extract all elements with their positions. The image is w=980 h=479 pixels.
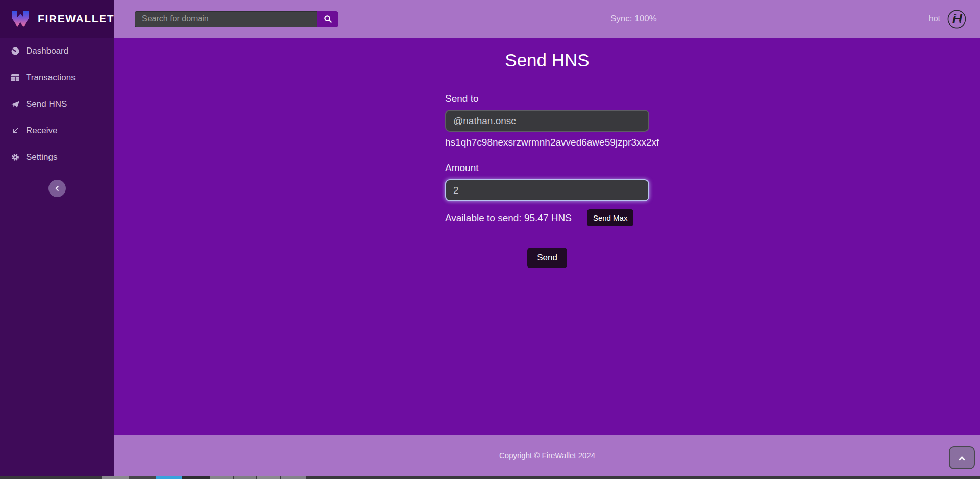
amount-input[interactable]	[445, 179, 649, 201]
taskbar-segment	[257, 476, 280, 479]
taskbar-segment	[210, 476, 233, 479]
sync-status: Sync: 100%	[338, 14, 929, 24]
gauge-icon	[10, 46, 20, 56]
resolved-address: hs1qh7c98nexsrzwrmnh2avved6awe59jzpr3xx2…	[445, 137, 649, 148]
scroll-to-top-button[interactable]	[949, 446, 975, 469]
taskbar-segment	[182, 476, 210, 479]
search-icon	[324, 15, 332, 23]
chevron-up-icon	[958, 455, 966, 461]
sidebar-item-label: Settings	[26, 152, 57, 162]
search-input[interactable]	[135, 11, 317, 27]
page-title: Send HNS	[114, 50, 980, 70]
firewallet-w-logo-icon	[10, 9, 31, 29]
handshake-icon: H	[947, 9, 967, 29]
available-row: Available to send: 95.47 HNS Send Max	[445, 209, 649, 226]
sidebar-item-label: Transactions	[26, 73, 76, 83]
send-button[interactable]: Send	[527, 248, 567, 268]
paper-plane-icon	[10, 100, 20, 109]
available-balance: Available to send: 95.47 HNS	[445, 212, 572, 224]
sidebar-item-send-hns[interactable]: Send HNS	[0, 91, 114, 117]
send-form: Send to hs1qh7c98nexsrzwrmnh2avved6awe59…	[445, 93, 649, 268]
taskbar-segment	[102, 476, 129, 479]
sidebar-item-transactions[interactable]: Transactions	[0, 64, 114, 91]
sidebar-item-label: Send HNS	[26, 99, 67, 109]
sidebar-item-label: Dashboard	[26, 46, 68, 56]
table-icon	[10, 73, 20, 83]
svg-text:H: H	[952, 11, 963, 27]
sidebar-nav: Dashboard Transactions Send HNS	[0, 38, 114, 171]
brand-header: FIREWALLET	[0, 0, 114, 38]
sidebar-item-receive[interactable]: Receive	[0, 117, 114, 144]
send-row: Send	[445, 248, 649, 268]
topbar: Sync: 100% hot H	[114, 0, 980, 38]
wallet-selector[interactable]: hot H	[929, 9, 967, 29]
arrow-down-left-icon	[10, 126, 20, 136]
gear-icon	[10, 153, 20, 162]
copyright: Copyright © FireWallet 2024	[499, 451, 595, 460]
taskbar-segment	[234, 476, 256, 479]
brand-name: FIREWALLET	[38, 13, 114, 25]
taskbar-strip	[0, 476, 980, 479]
sidebar-item-settings[interactable]: Settings	[0, 144, 114, 171]
taskbar-segment	[281, 476, 306, 479]
footer: Copyright © FireWallet 2024	[114, 435, 980, 476]
send-hns-page: Send HNS Send to hs1qh7c98nexsrzwrmnh2av…	[114, 38, 980, 435]
domain-search	[135, 11, 338, 27]
taskbar-segment	[129, 476, 156, 479]
wallet-name: hot	[929, 14, 940, 23]
sidebar-collapse-button[interactable]	[48, 180, 66, 197]
send-to-label: Send to	[445, 93, 649, 104]
send-max-button[interactable]: Send Max	[587, 209, 634, 226]
amount-label: Amount	[445, 162, 649, 174]
sidebar: FIREWALLET Dashboard Tran	[0, 0, 114, 476]
search-button[interactable]	[317, 11, 338, 27]
chevron-left-icon	[54, 185, 61, 192]
taskbar-segment-active	[156, 476, 182, 479]
send-to-input[interactable]	[445, 110, 649, 132]
sidebar-item-label: Receive	[26, 126, 57, 136]
sidebar-item-dashboard[interactable]: Dashboard	[0, 38, 114, 64]
